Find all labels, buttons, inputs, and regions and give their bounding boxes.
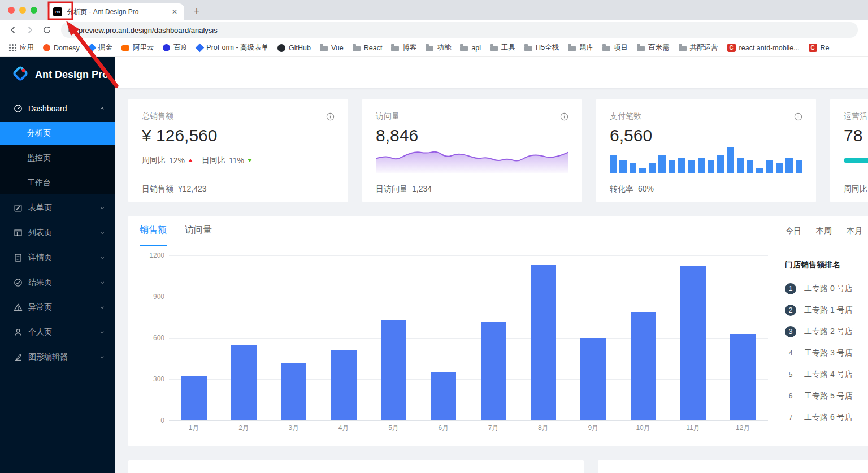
- list-item: 6工专路 5 号店: [785, 385, 868, 407]
- sidebar-item-workplace[interactable]: 工作台: [0, 172, 115, 194]
- bars: [169, 255, 768, 420]
- bookmark-item[interactable]: 共配运营: [674, 41, 723, 55]
- bookmark-item[interactable]: 题库: [563, 41, 598, 55]
- time-range-selector: 今日 本周 本月: [785, 216, 862, 246]
- bookmark-item[interactable]: api: [455, 41, 485, 55]
- sidebar-item-account[interactable]: 个人页: [0, 321, 115, 344]
- main-area: 总销售额¥ 126,560周同比12%日同比11%日销售额¥12,423访问量8…: [115, 57, 868, 473]
- info-icon[interactable]: [326, 112, 335, 121]
- info-icon[interactable]: [560, 112, 568, 121]
- bookmark-item[interactable]: 功能: [421, 41, 455, 55]
- app-logo[interactable]: Ant Design Pro: [0, 57, 115, 93]
- bookmark-item[interactable]: GitHub: [273, 41, 315, 55]
- bar: [730, 334, 756, 420]
- sidebar-item-dashboard[interactable]: Dashboard: [0, 97, 115, 120]
- bookmark-item[interactable]: ProForm - 高级表单: [192, 41, 273, 55]
- url-bar[interactable]: preview.pro.ant.design/dashboard/analysi…: [61, 22, 858, 38]
- tab-visits[interactable]: 访问量: [185, 216, 212, 246]
- list-item: 7工专路 6 号店: [785, 407, 868, 428]
- folder-icon: [426, 46, 433, 51]
- folder-icon: [602, 46, 610, 51]
- bookmark-item[interactable]: Vue: [315, 41, 348, 55]
- zoom-window-button[interactable]: [31, 7, 37, 14]
- browser-toolbar: preview.pro.ant.design/dashboard/analysi…: [0, 20, 868, 40]
- sidebar-item-form[interactable]: 表单页: [0, 197, 115, 219]
- range-week[interactable]: 本周: [816, 226, 832, 236]
- github-icon: [277, 44, 285, 52]
- bookmark-item[interactable]: 阿里云: [117, 41, 159, 55]
- sales-card-header: 销售额 访问量 今日 本周 本月: [128, 216, 868, 246]
- tab-close-icon[interactable]: ✕: [170, 8, 180, 16]
- back-button[interactable]: [6, 23, 20, 37]
- forward-button[interactable]: [23, 23, 37, 37]
- red-c-icon: C: [809, 44, 817, 52]
- stat-card-chart: [844, 147, 868, 173]
- bar-slot: [319, 255, 368, 420]
- stat-card-visits: 访问量8,846日访问量1,234: [362, 99, 582, 202]
- red-c-icon: C: [727, 44, 736, 52]
- app-header: [115, 57, 868, 88]
- info-icon[interactable]: [794, 112, 802, 121]
- stat-card-title: 支付笔数: [610, 111, 641, 121]
- sidebar-item-list[interactable]: 列表页: [0, 222, 115, 244]
- bar: [631, 312, 656, 420]
- bookmark-item[interactable]: Creact antd-mobile...: [723, 41, 804, 55]
- bookmark-item[interactable]: Domesy: [38, 41, 84, 55]
- bookmark-label: 百度: [173, 43, 188, 53]
- bookmark-item[interactable]: 掘金: [84, 41, 117, 55]
- bookmark-item[interactable]: 工具: [485, 41, 520, 55]
- bookmarks-bar: 应用Domesy掘金阿里云百度ProForm - 高级表单GitHubVueRe…: [0, 40, 868, 57]
- sidebar-item-exception[interactable]: 异常页: [0, 296, 115, 319]
- x-axis: 1月2月3月4月5月6月7月8月9月10月11月12月: [169, 420, 768, 435]
- new-tab-button[interactable]: +: [189, 3, 205, 19]
- reload-button[interactable]: [40, 23, 54, 37]
- y-tick-label: 0: [160, 416, 164, 424]
- bookmark-label: React: [364, 44, 383, 52]
- bookmark-item[interactable]: CRe: [804, 41, 834, 55]
- submenu-dashboard: 分析页监控页工作台: [0, 122, 115, 194]
- bar-slot: [269, 255, 319, 420]
- bookmark-item[interactable]: 百米需: [632, 41, 674, 55]
- sidebar-item-profile[interactable]: 详情页: [0, 246, 115, 269]
- bookmark-item[interactable]: 百度: [158, 41, 192, 55]
- browser-tab[interactable]: Pro 分析页 - Ant Design Pro ✕: [47, 3, 184, 20]
- tab-sales[interactable]: 销售额: [140, 216, 167, 246]
- sidebar-item-analysis[interactable]: 分析页: [0, 122, 115, 145]
- store-name: 工专路 2 号店: [804, 327, 853, 337]
- sidebar-item-result[interactable]: 结果页: [0, 271, 115, 294]
- chevron-down-icon: [99, 254, 106, 261]
- caret-down-icon: [248, 159, 252, 162]
- chevron-down-icon: [99, 329, 106, 336]
- plot-area: [169, 255, 768, 420]
- sidebar-item-editor[interactable]: 图形编辑器: [0, 346, 115, 368]
- sidebar-item-monitor[interactable]: 监控页: [0, 147, 115, 170]
- bookmark-item[interactable]: H5全栈: [520, 41, 563, 55]
- close-window-button[interactable]: [8, 7, 15, 14]
- bookmark-item[interactable]: 应用: [5, 41, 38, 55]
- bar-slot: [468, 255, 518, 420]
- bookmark-item[interactable]: 博客: [387, 41, 421, 55]
- sales-bar-chart: 03006009001200 1月2月3月4月5月6月7月8月9月10月11月1…: [146, 255, 768, 435]
- chevron-down-icon: [99, 354, 106, 361]
- bookmark-item[interactable]: React: [348, 41, 387, 55]
- stat-card-title: 运营活: [844, 111, 867, 121]
- bookmark-item[interactable]: 项目: [598, 41, 632, 55]
- sidebar-item-label: 表单页: [28, 203, 52, 213]
- pro-favicon: Pro: [53, 7, 62, 16]
- mini-bar: [619, 160, 626, 173]
- traffic-lights: [8, 7, 37, 14]
- folder-icon: [320, 46, 328, 51]
- mini-bar: [649, 163, 656, 173]
- minimize-window-button[interactable]: [19, 7, 26, 14]
- store-ranking: 门店销售额排名 1工专路 0 号店2工专路 1 号店3工专路 2 号店4工专路 …: [785, 255, 868, 435]
- stat-card-value: 78: [844, 125, 868, 146]
- mini-bar: [639, 168, 646, 173]
- x-tick-label: 7月: [468, 423, 518, 433]
- rank-badge: 2: [785, 305, 796, 316]
- sales-tabs: 销售额 访问量: [140, 216, 212, 246]
- range-today[interactable]: 今日: [785, 226, 801, 236]
- range-month[interactable]: 本月: [847, 226, 862, 236]
- juejin-icon: [88, 44, 97, 53]
- bar-slot: [568, 255, 618, 420]
- bookmark-label: ProForm - 高级表单: [206, 43, 268, 53]
